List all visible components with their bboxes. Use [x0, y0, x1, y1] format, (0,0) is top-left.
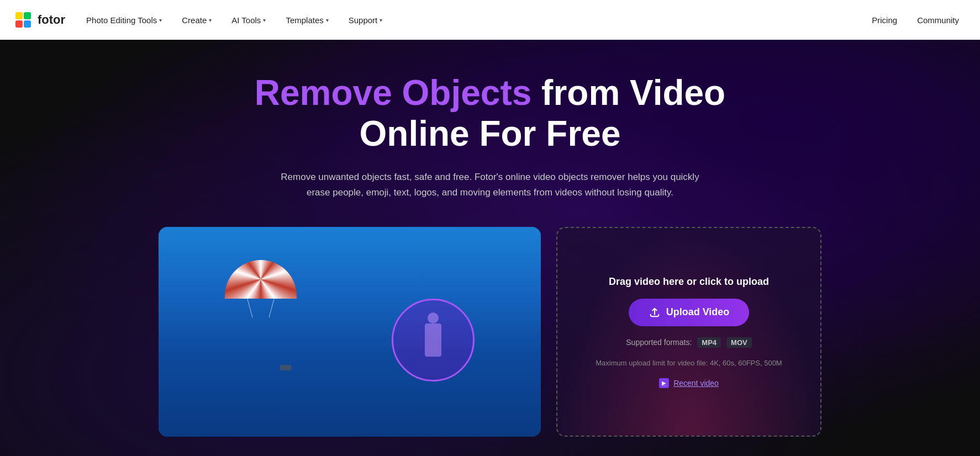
svg-rect-3 — [15, 20, 23, 28]
parasail-decoration — [225, 260, 297, 321]
parasail-canopy — [225, 260, 297, 299]
person-silhouette — [425, 324, 441, 357]
nav-item-create[interactable]: Create ▾ — [174, 11, 219, 29]
fotor-logo-icon — [13, 10, 33, 30]
formats-row: Supported formats: MP4 MOV — [626, 337, 751, 348]
recent-video-icon: ▶ — [659, 378, 669, 388]
chevron-down-icon: ▾ — [209, 17, 212, 23]
parasail-lines — [244, 299, 277, 321]
formats-label: Supported formats: — [626, 338, 692, 347]
nav-label-support: Support — [349, 15, 378, 25]
small-boat — [280, 365, 291, 370]
format-mp4-badge: MP4 — [697, 337, 721, 348]
nav-item-photo-editing-tools[interactable]: Photo Editing Tools ▾ — [78, 11, 170, 29]
logo-text: fotor — [38, 13, 65, 27]
nav-label-photo-editing-tools: Photo Editing Tools — [86, 15, 157, 25]
hero-content: Drag video here or click to upload Uploa… — [159, 227, 821, 437]
recent-video-label: Recent video — [673, 379, 719, 388]
nav-label-pricing: Pricing — [872, 15, 897, 25]
nav-label-create: Create — [182, 15, 207, 25]
upload-icon — [649, 306, 661, 319]
nav-label-ai-tools: AI Tools — [231, 15, 261, 25]
nav-item-pricing[interactable]: Pricing — [864, 11, 905, 29]
recent-video-link[interactable]: ▶ Recent video — [659, 378, 719, 388]
svg-rect-4 — [24, 20, 31, 28]
selection-circle-overlay — [392, 299, 475, 381]
chevron-down-icon: ▾ — [380, 17, 382, 23]
hero-section: Remove Objects from Video Online For Fre… — [0, 40, 980, 456]
hero-title-purple: Remove Objects — [255, 73, 532, 113]
nav-item-templates[interactable]: Templates ▾ — [278, 11, 336, 29]
chevron-down-icon: ▾ — [326, 17, 329, 23]
upload-btn-label: Upload Video — [666, 306, 730, 318]
nav-item-ai-tools[interactable]: AI Tools ▾ — [224, 11, 273, 29]
logo-link[interactable]: fotor — [13, 10, 65, 30]
svg-rect-1 — [15, 12, 23, 19]
upload-limit-text: Maximum upload limit for video file: 4K,… — [596, 359, 782, 367]
svg-rect-2 — [24, 12, 31, 19]
nav-item-community[interactable]: Community — [909, 11, 967, 29]
format-mov-badge: MOV — [726, 337, 752, 348]
chevron-down-icon: ▾ — [159, 17, 162, 23]
upload-prompt-text: Drag video here or click to upload — [609, 276, 769, 288]
hero-subtitle: Remove unwanted objects fast, safe and f… — [280, 169, 700, 200]
hero-title: Remove Objects from Video Online For Fre… — [241, 73, 739, 154]
nav-item-support[interactable]: Support ▾ — [341, 11, 391, 29]
video-preview — [159, 227, 541, 437]
nav-label-templates: Templates — [286, 15, 323, 25]
nav-label-community: Community — [917, 15, 959, 25]
navbar: fotor Photo Editing Tools ▾ Create ▾ AI … — [0, 0, 980, 40]
chevron-down-icon: ▾ — [263, 17, 266, 23]
upload-drop-zone[interactable]: Drag video here or click to upload Uploa… — [556, 227, 821, 437]
ocean-background — [159, 227, 541, 437]
upload-video-button[interactable]: Upload Video — [629, 299, 750, 326]
